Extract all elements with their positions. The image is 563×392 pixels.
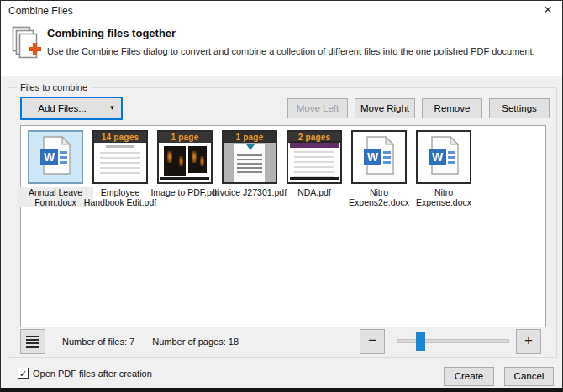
add-files-button[interactable]: Add Files... [22, 98, 103, 118]
word-file-thumbnail: W [416, 130, 471, 184]
page-count-badge: 14 pages [94, 132, 146, 143]
photo-image [188, 146, 207, 173]
open-pdf-checkbox[interactable]: ✓ [18, 368, 29, 379]
thumbnail-footer-bar [290, 177, 339, 180]
pages-count-label: Number of pages: [152, 337, 225, 347]
move-left-button[interactable]: Move Left [287, 98, 348, 118]
file-item-annual-leave[interactable]: W Annual Leave Form.docx [28, 130, 83, 207]
open-pdf-checkbox-label: Open PDF files after creation [33, 368, 152, 379]
thumbnail-footer-bar [160, 177, 209, 180]
list-view-button[interactable] [20, 329, 45, 354]
slider-thumb[interactable] [416, 332, 425, 351]
settings-button[interactable]: Settings [489, 98, 550, 118]
thumbnail-photos [162, 146, 208, 175]
word-document-icon: W [361, 135, 397, 179]
dialog-header: Combining files together Use the Combine… [1, 20, 562, 76]
pdf-file-thumbnail: 2 pages [287, 130, 342, 184]
files-count-label: Number of files: [62, 337, 127, 347]
zoom-in-button[interactable]: + [516, 329, 541, 354]
word-document-icon: W [426, 135, 461, 179]
group-label: Files to combine [17, 82, 91, 92]
file-item-nitro-expens2e[interactable]: W Nitro Expens2e.docx [351, 130, 407, 207]
close-icon[interactable]: ✕ [534, 1, 562, 20]
status-counts: Number of files: 7 Number of pages: 18 [62, 337, 254, 347]
move-right-button[interactable]: Move Right [355, 98, 415, 118]
add-files-split-button: Add Files... ▼ [20, 97, 123, 120]
open-pdf-checkbox-row: ✓ Open PDF files after creation [18, 368, 152, 379]
file-name-label: Nitro Expense.docx [406, 187, 481, 207]
file-thumbnail-list[interactable]: W Annual Leave Form.docx [20, 125, 546, 327]
zoom-out-button[interactable]: − [360, 329, 385, 354]
page-count-badge: 2 pages [288, 132, 340, 143]
plus-icon: + [524, 332, 533, 348]
file-item-image-to-pdf[interactable]: 1 page Image to PDF.pdf [157, 130, 213, 207]
chevron-down-icon: ▼ [109, 104, 116, 112]
dialog-heading: Combining files together [47, 27, 176, 39]
word-document-icon: W [38, 135, 73, 179]
page-count-badge: 1 page [159, 132, 211, 143]
remove-button[interactable]: Remove [422, 98, 482, 118]
file-item-employee-handbook[interactable]: 14 pages Employee Handbook Edit.pdf [92, 130, 148, 207]
thumbnail-text-lines [100, 152, 140, 177]
thumbnail-text-line [106, 145, 134, 148]
window-title: Combine Files [8, 5, 73, 17]
pdf-file-thumbnail: 14 pages [92, 130, 148, 184]
svg-text:W: W [44, 150, 55, 164]
combine-files-icon [11, 26, 41, 66]
word-file-thumbnail: W [351, 130, 407, 184]
page-count-badge: 1 page [224, 132, 276, 143]
file-item-nitro-expense[interactable]: W Nitro Expense.docx [416, 130, 471, 207]
pdf-file-thumbnail: 1 page [157, 130, 213, 184]
dialog-description: Use the Combine Files dialog to convert … [47, 46, 535, 56]
files-to-combine-group: Files to combine Add Files... ▼ Move Lef… [8, 87, 557, 358]
add-files-dropdown-button[interactable]: ▼ [103, 98, 121, 118]
svg-text:W: W [367, 150, 379, 164]
thumbnail-text-lines [294, 151, 334, 177]
photo-image [164, 146, 186, 176]
create-button[interactable]: Create [444, 367, 494, 386]
cancel-button[interactable]: Cancel [504, 367, 554, 386]
svg-text:W: W [432, 150, 444, 164]
invoice-page [234, 144, 265, 182]
invoice-logo-shape [246, 144, 255, 150]
hamburger-icon [26, 336, 39, 348]
minus-icon: − [368, 332, 376, 348]
file-item-nda[interactable]: 2 pages NDA.pdf [287, 130, 342, 207]
thumbnail-size-slider[interactable] [397, 339, 509, 343]
combine-files-dialog: Combine Files ✕ Combining files together… [0, 0, 563, 392]
word-file-thumbnail: W [28, 130, 83, 184]
pdf-file-thumbnail: 1 page [222, 130, 277, 184]
files-count-value: 7 [129, 337, 134, 347]
pages-count-value: 18 [229, 337, 239, 347]
invoice-table-rows [237, 154, 262, 174]
file-item-invoice[interactable]: 1 page Invoice J27301.pdf [222, 130, 277, 207]
title-bar: Combine Files ✕ [1, 1, 562, 20]
thumbnail-row: W Annual Leave Form.docx [28, 130, 471, 207]
